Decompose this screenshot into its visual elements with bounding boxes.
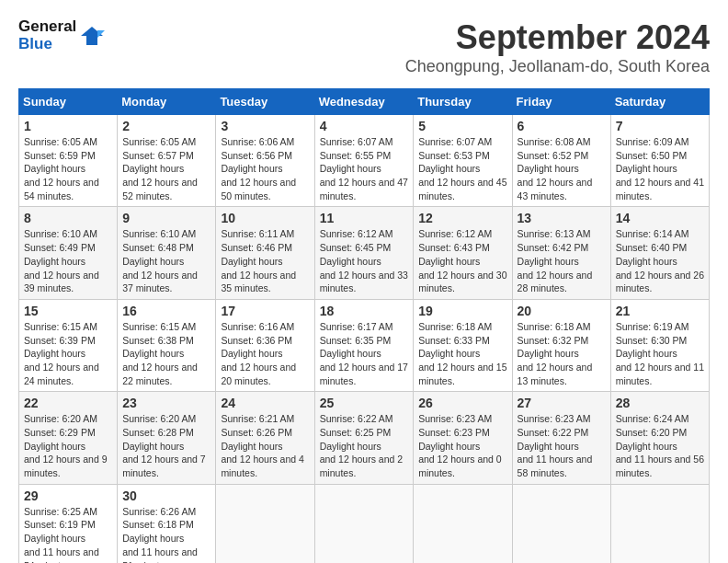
- day-number: 23: [122, 396, 210, 410]
- calendar-cell: 7 Sunrise: 6:09 AM Sunset: 6:50 PM Dayli…: [610, 115, 709, 207]
- calendar-cell: 2 Sunrise: 6:05 AM Sunset: 6:57 PM Dayli…: [118, 115, 216, 207]
- week-row-4: 22 Sunrise: 6:20 AM Sunset: 6:29 PM Dayl…: [19, 392, 710, 484]
- day-number: 19: [418, 304, 506, 318]
- day-number: 28: [616, 396, 704, 410]
- day-number: 5: [418, 119, 506, 133]
- day-info: Sunrise: 6:15 AM Sunset: 6:38 PM Dayligh…: [122, 320, 210, 387]
- day-info: Sunrise: 6:13 AM Sunset: 6:42 PM Dayligh…: [518, 227, 606, 294]
- day-number: 20: [518, 304, 606, 318]
- calendar-cell: 3 Sunrise: 6:06 AM Sunset: 6:56 PM Dayli…: [216, 115, 314, 207]
- day-number: 16: [122, 304, 210, 318]
- calendar-cell: 19 Sunrise: 6:18 AM Sunset: 6:33 PM Dayl…: [414, 299, 512, 391]
- calendar-cell: 23 Sunrise: 6:20 AM Sunset: 6:28 PM Dayl…: [118, 392, 216, 484]
- calendar-cell: 21 Sunrise: 6:19 AM Sunset: 6:30 PM Dayl…: [610, 299, 709, 391]
- day-info: Sunrise: 6:12 AM Sunset: 6:45 PM Dayligh…: [320, 227, 409, 294]
- day-number: 13: [518, 211, 606, 225]
- day-number: 7: [616, 119, 704, 133]
- day-number: 21: [616, 304, 704, 318]
- header-thursday: Thursday: [414, 89, 512, 115]
- day-info: Sunrise: 6:14 AM Sunset: 6:40 PM Dayligh…: [616, 227, 704, 294]
- header-monday: Monday: [118, 89, 216, 115]
- calendar-table: SundayMondayTuesdayWednesdayThursdayFrid…: [18, 88, 710, 563]
- logo-icon: [79, 23, 105, 49]
- day-info: Sunrise: 6:17 AM Sunset: 6:35 PM Dayligh…: [320, 320, 409, 387]
- calendar-cell: 6 Sunrise: 6:08 AM Sunset: 6:52 PM Dayli…: [512, 115, 610, 207]
- day-info: Sunrise: 6:07 AM Sunset: 6:53 PM Dayligh…: [418, 135, 506, 202]
- title-section: September 2024 Cheongpung, Jeollanam-do,…: [405, 18, 710, 76]
- calendar-cell: 11 Sunrise: 6:12 AM Sunset: 6:45 PM Dayl…: [314, 207, 414, 299]
- day-info: Sunrise: 6:10 AM Sunset: 6:49 PM Dayligh…: [24, 227, 112, 294]
- calendar-cell: 8 Sunrise: 6:10 AM Sunset: 6:49 PM Dayli…: [19, 207, 118, 299]
- calendar-cell: [610, 484, 709, 563]
- day-number: 27: [518, 396, 606, 410]
- header-tuesday: Tuesday: [216, 89, 314, 115]
- calendar-cell: [216, 484, 314, 563]
- day-info: Sunrise: 6:23 AM Sunset: 6:22 PM Dayligh…: [518, 412, 606, 479]
- calendar-cell: 4 Sunrise: 6:07 AM Sunset: 6:55 PM Dayli…: [314, 115, 414, 207]
- day-info: Sunrise: 6:08 AM Sunset: 6:52 PM Dayligh…: [518, 135, 606, 202]
- calendar-cell: 26 Sunrise: 6:23 AM Sunset: 6:23 PM Dayl…: [414, 392, 512, 484]
- calendar-cell: 29 Sunrise: 6:25 AM Sunset: 6:19 PM Dayl…: [19, 484, 118, 563]
- week-row-3: 15 Sunrise: 6:15 AM Sunset: 6:39 PM Dayl…: [19, 299, 710, 391]
- month-title: September 2024: [405, 18, 710, 57]
- day-info: Sunrise: 6:22 AM Sunset: 6:25 PM Dayligh…: [320, 412, 409, 479]
- day-info: Sunrise: 6:12 AM Sunset: 6:43 PM Dayligh…: [418, 227, 506, 294]
- day-info: Sunrise: 6:18 AM Sunset: 6:32 PM Dayligh…: [518, 320, 606, 387]
- header-friday: Friday: [512, 89, 610, 115]
- week-row-1: 1 Sunrise: 6:05 AM Sunset: 6:59 PM Dayli…: [19, 115, 710, 207]
- week-row-5: 29 Sunrise: 6:25 AM Sunset: 6:19 PM Dayl…: [19, 484, 710, 563]
- day-info: Sunrise: 6:16 AM Sunset: 6:36 PM Dayligh…: [221, 320, 309, 387]
- location-title: Cheongpung, Jeollanam-do, South Korea: [405, 57, 710, 76]
- calendar-cell: 17 Sunrise: 6:16 AM Sunset: 6:36 PM Dayl…: [216, 299, 314, 391]
- svg-marker-0: [81, 27, 103, 45]
- calendar-cell: 18 Sunrise: 6:17 AM Sunset: 6:35 PM Dayl…: [314, 299, 414, 391]
- calendar-cell: 22 Sunrise: 6:20 AM Sunset: 6:29 PM Dayl…: [19, 392, 118, 484]
- day-number: 30: [122, 488, 210, 503]
- day-number: 12: [418, 211, 506, 225]
- calendar-cell: 20 Sunrise: 6:18 AM Sunset: 6:32 PM Dayl…: [512, 299, 610, 391]
- calendar-cell: 12 Sunrise: 6:12 AM Sunset: 6:43 PM Dayl…: [414, 207, 512, 299]
- day-number: 10: [221, 211, 309, 225]
- calendar-cell: [512, 484, 610, 563]
- day-number: 22: [24, 396, 112, 410]
- day-info: Sunrise: 6:06 AM Sunset: 6:56 PM Dayligh…: [221, 135, 309, 202]
- day-info: Sunrise: 6:18 AM Sunset: 6:33 PM Dayligh…: [418, 320, 506, 387]
- day-number: 2: [122, 119, 210, 133]
- day-number: 9: [122, 211, 210, 225]
- day-info: Sunrise: 6:09 AM Sunset: 6:50 PM Dayligh…: [616, 135, 704, 202]
- day-info: Sunrise: 6:23 AM Sunset: 6:23 PM Dayligh…: [418, 412, 506, 479]
- day-info: Sunrise: 6:05 AM Sunset: 6:57 PM Dayligh…: [122, 135, 210, 202]
- calendar-cell: [314, 484, 414, 563]
- calendar-cell: 27 Sunrise: 6:23 AM Sunset: 6:22 PM Dayl…: [512, 392, 610, 484]
- calendar-cell: 30 Sunrise: 6:26 AM Sunset: 6:18 PM Dayl…: [118, 484, 216, 563]
- calendar-cell: 28 Sunrise: 6:24 AM Sunset: 6:20 PM Dayl…: [610, 392, 709, 484]
- logo: General Blue: [18, 18, 105, 52]
- day-info: Sunrise: 6:15 AM Sunset: 6:39 PM Dayligh…: [24, 320, 112, 387]
- calendar-cell: 16 Sunrise: 6:15 AM Sunset: 6:38 PM Dayl…: [118, 299, 216, 391]
- calendar-cell: [414, 484, 512, 563]
- calendar-cell: 1 Sunrise: 6:05 AM Sunset: 6:59 PM Dayli…: [19, 115, 118, 207]
- day-info: Sunrise: 6:20 AM Sunset: 6:28 PM Dayligh…: [122, 412, 210, 479]
- day-number: 18: [320, 304, 409, 318]
- day-info: Sunrise: 6:20 AM Sunset: 6:29 PM Dayligh…: [24, 412, 112, 479]
- calendar-cell: 13 Sunrise: 6:13 AM Sunset: 6:42 PM Dayl…: [512, 207, 610, 299]
- header-wednesday: Wednesday: [314, 89, 414, 115]
- header-sunday: Sunday: [19, 89, 118, 115]
- calendar-cell: 9 Sunrise: 6:10 AM Sunset: 6:48 PM Dayli…: [118, 207, 216, 299]
- day-number: 4: [320, 119, 409, 133]
- day-number: 3: [221, 119, 309, 133]
- calendar-cell: 15 Sunrise: 6:15 AM Sunset: 6:39 PM Dayl…: [19, 299, 118, 391]
- calendar-cell: 5 Sunrise: 6:07 AM Sunset: 6:53 PM Dayli…: [414, 115, 512, 207]
- day-info: Sunrise: 6:10 AM Sunset: 6:48 PM Dayligh…: [122, 227, 210, 294]
- day-number: 25: [320, 396, 409, 410]
- calendar-cell: 24 Sunrise: 6:21 AM Sunset: 6:26 PM Dayl…: [216, 392, 314, 484]
- day-info: Sunrise: 6:25 AM Sunset: 6:19 PM Dayligh…: [24, 505, 112, 563]
- day-info: Sunrise: 6:24 AM Sunset: 6:20 PM Dayligh…: [616, 412, 704, 479]
- header-saturday: Saturday: [610, 89, 709, 115]
- day-info: Sunrise: 6:05 AM Sunset: 6:59 PM Dayligh…: [24, 135, 112, 202]
- day-number: 29: [24, 488, 112, 503]
- day-number: 26: [418, 396, 506, 410]
- day-info: Sunrise: 6:11 AM Sunset: 6:46 PM Dayligh…: [221, 227, 309, 294]
- calendar-cell: 14 Sunrise: 6:14 AM Sunset: 6:40 PM Dayl…: [610, 207, 709, 299]
- day-number: 11: [320, 211, 409, 225]
